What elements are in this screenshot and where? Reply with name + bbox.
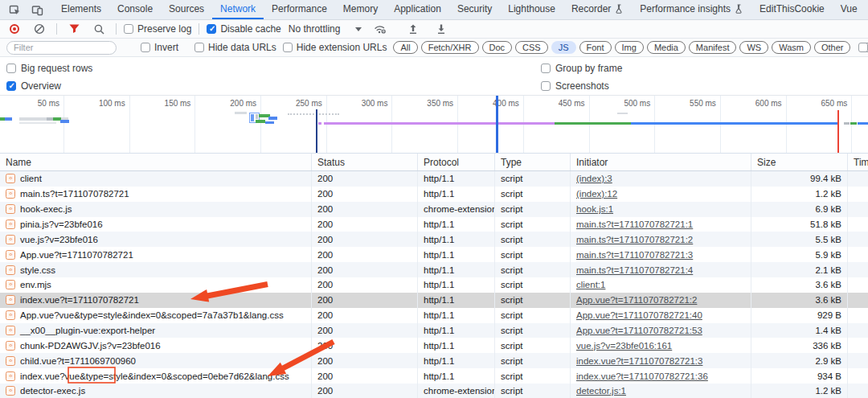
request-row[interactable]: ‹› main.ts?t=1711070782721 200 http/1.1 …	[0, 187, 868, 202]
request-initiator-link[interactable]: detector.js:1	[576, 386, 626, 396]
resource-type-pill[interactable]: Manifest	[689, 41, 737, 54]
column-header-protocol[interactable]: Protocol	[418, 154, 495, 170]
request-name[interactable]: App.vue?vue&type=style&index=0&scoped=7a…	[20, 310, 284, 320]
request-name[interactable]: style.css	[20, 265, 55, 275]
device-toolbar-icon[interactable]	[27, 2, 47, 18]
request-initiator-link[interactable]: App.vue?t=1711070782721:53	[576, 326, 702, 335]
hide-extension-urls-checkbox-box[interactable]	[283, 43, 293, 52]
column-header-initiator[interactable]: Initiator	[571, 154, 751, 170]
network-overview-strip[interactable]: 50 ms100 ms150 ms200 ms250 ms300 ms350 m…	[0, 96, 868, 154]
request-name[interactable]: child.vue?t=1711069700960	[20, 356, 136, 366]
screenshots-checkbox[interactable]: Screenshots	[541, 80, 609, 92]
network-conditions-icon[interactable]	[371, 21, 390, 37]
hide-data-urls-checkbox[interactable]: Hide data URLs	[194, 42, 276, 53]
request-name[interactable]: App.vue?t=1711070782721	[20, 250, 133, 260]
panel-tab[interactable]: Performance	[264, 0, 335, 19]
request-row[interactable]: ‹› style.css 200 http/1.1 script main.ts…	[0, 262, 868, 277]
resource-type-pill[interactable]: CSS	[515, 41, 548, 54]
resource-type-pill[interactable]: WS	[739, 41, 768, 54]
request-initiator-link[interactable]: vue.js?v=23bfe016:161	[576, 341, 672, 351]
column-header-type[interactable]: Type	[495, 154, 571, 170]
invert-checkbox-box[interactable]	[141, 43, 150, 52]
group-by-frame-checkbox-box[interactable]	[541, 64, 551, 73]
panel-tab[interactable]: Vue	[833, 0, 866, 19]
clear-network-log-icon[interactable]	[30, 21, 49, 37]
panel-tab[interactable]: Lighthouse	[500, 0, 563, 19]
request-initiator-link[interactable]: client:1	[576, 280, 605, 289]
disable-cache-checkbox[interactable]: Disable cache	[207, 23, 280, 35]
preserve-log-checkbox-box[interactable]	[124, 24, 133, 34]
resource-type-pill[interactable]: Fetch/XHR	[421, 41, 479, 54]
request-initiator-link[interactable]: App.vue?t=1711070782721:2	[576, 295, 697, 305]
request-row[interactable]: ‹› index.vue?t=1711070782721 200 http/1.…	[0, 293, 868, 308]
big-request-rows-checkbox[interactable]: Big request rows	[6, 63, 92, 74]
panel-tab[interactable]: Recorder	[563, 0, 632, 19]
invert-checkbox[interactable]: Invert	[141, 42, 178, 53]
screenshots-checkbox-box[interactable]	[541, 81, 551, 91]
request-row[interactable]: ‹› client 200 http/1.1 script (index):3 …	[0, 171, 868, 187]
request-row[interactable]: ‹› pinia.js?v=23bfe016 200 http/1.1 scri…	[0, 217, 868, 232]
panel-tab[interactable]: EditThisCookie	[751, 0, 833, 19]
column-header-status[interactable]: Status	[312, 154, 418, 170]
request-initiator-link[interactable]: main.ts?t=1711070782721:4	[576, 265, 693, 275]
import-har-icon[interactable]	[403, 21, 423, 37]
request-row[interactable]: ‹› App.vue?vue&type=style&index=0&scoped…	[0, 308, 868, 323]
request-name[interactable]: __x00__plugin-vue:export-helper	[20, 326, 155, 335]
request-initiator-link[interactable]: main.ts?t=1711070782721:2	[576, 235, 693, 244]
request-row[interactable]: ‹› detector-exec.js 200 chrome-extension…	[0, 384, 868, 398]
search-icon[interactable]	[89, 21, 108, 37]
request-row[interactable]: ‹› child.vue?t=1711069700960 200 http/1.…	[0, 353, 868, 368]
request-name[interactable]: main.ts?t=1711070782721	[20, 189, 129, 199]
panel-tab[interactable]: Console	[109, 0, 161, 19]
request-initiator-link[interactable]: (index):12	[576, 189, 617, 199]
group-by-frame-checkbox[interactable]: Group by frame	[541, 63, 622, 74]
preserve-log-checkbox[interactable]: Preserve log	[124, 23, 191, 35]
request-name[interactable]: detector-exec.js	[20, 386, 85, 396]
request-name[interactable]: pinia.js?v=23bfe016	[20, 220, 103, 229]
request-initiator-link[interactable]: App.vue?t=1711070782721:40	[576, 310, 702, 320]
request-name[interactable]: vue.js?v=23bfe016	[20, 235, 98, 244]
request-row[interactable]: ‹› index.vue?vue&type=style&index=0&scop…	[0, 368, 868, 384]
request-row[interactable]: ‹› chunk-PD2AWGJV.js?v=23bfe016 200 http…	[0, 338, 868, 353]
request-name[interactable]: env.mjs	[20, 280, 51, 289]
overview-checkbox-box[interactable]	[6, 81, 16, 91]
request-row[interactable]: ‹› App.vue?t=1711070782721 200 http/1.1 …	[0, 247, 868, 262]
column-header-size[interactable]: Size	[751, 154, 848, 170]
resource-type-pill[interactable]: All	[393, 41, 417, 54]
request-initiator-link[interactable]: hook.js:1	[576, 204, 613, 214]
panel-tab[interactable]: Memory	[335, 0, 386, 19]
request-initiator-link[interactable]: index.vue?t=1711070782721:3	[576, 356, 702, 366]
request-initiator-link[interactable]: (index):3	[576, 174, 612, 183]
resource-type-pill[interactable]: Doc	[482, 41, 513, 54]
request-name[interactable]: chunk-PD2AWGJV.js?v=23bfe016	[20, 341, 161, 351]
request-row[interactable]: ‹› hook-exec.js 200 chrome-extension scr…	[0, 202, 868, 217]
big-request-rows-checkbox-box[interactable]	[6, 64, 16, 73]
request-name[interactable]: client	[20, 174, 42, 183]
filter-input[interactable]	[6, 41, 117, 55]
request-initiator-link[interactable]: main.ts?t=1711070782721:1	[576, 220, 693, 229]
panel-tab[interactable]: Elements	[53, 0, 109, 19]
request-name[interactable]: index.vue?t=1711070782721	[20, 295, 139, 305]
request-row[interactable]: ‹› __x00__plugin-vue:export-helper 200 h…	[0, 323, 868, 339]
throttling-dropdown[interactable]: No throttling	[289, 23, 362, 35]
resource-type-pill[interactable]: Wasm	[772, 41, 811, 54]
resource-type-pill[interactable]: JS	[551, 41, 576, 54]
overview-checkbox[interactable]: Overview	[6, 80, 61, 92]
request-initiator-link[interactable]: main.ts?t=1711070782721:3	[576, 250, 693, 260]
column-header-time[interactable]: Time	[848, 154, 868, 170]
panel-tab[interactable]: Performance insights	[632, 0, 751, 19]
inspect-element-icon[interactable]	[5, 2, 24, 18]
request-name[interactable]: index.vue?vue&type=style&index=0&scoped=…	[20, 371, 289, 381]
resource-type-pill[interactable]: Media	[647, 41, 686, 54]
export-har-icon[interactable]	[432, 21, 451, 37]
panel-tab[interactable]: Sources	[161, 0, 212, 19]
panel-tab[interactable]: Security	[449, 0, 500, 19]
column-header-name[interactable]: Name	[0, 154, 312, 170]
disable-cache-checkbox-box[interactable]	[207, 24, 216, 34]
resource-type-pill[interactable]: Other	[814, 41, 851, 54]
blocked-requests-checkbox-box[interactable]	[858, 43, 868, 52]
resource-type-pill[interactable]: Font	[579, 41, 612, 54]
hide-data-urls-checkbox-box[interactable]	[194, 43, 204, 52]
request-row[interactable]: ‹› env.mjs 200 http/1.1 script client:1 …	[0, 277, 868, 293]
request-name[interactable]: hook-exec.js	[20, 204, 72, 214]
